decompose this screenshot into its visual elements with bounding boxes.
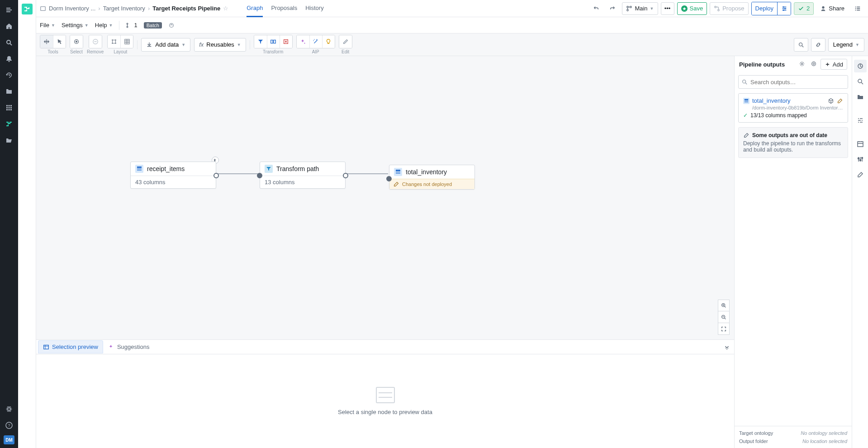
menu-help[interactable]: Help▼ <box>95 22 113 29</box>
pipeline-nav-icon[interactable] <box>2 118 16 130</box>
target-icon[interactable] <box>809 59 819 69</box>
params-rail-icon[interactable] <box>854 153 867 166</box>
calendar-rail-icon[interactable] <box>854 138 867 150</box>
tab-selection-preview[interactable]: Selection preview <box>38 340 103 353</box>
tool-label-layout: Layout <box>114 49 127 54</box>
user-badge[interactable]: DM <box>4 435 14 444</box>
tool-pointer[interactable] <box>53 35 66 48</box>
node-title: receipt_items <box>147 165 185 172</box>
output-port[interactable] <box>343 173 348 178</box>
aip-sparkle-icon[interactable] <box>297 35 309 48</box>
svg-point-59 <box>813 63 815 65</box>
edit-pencil-icon[interactable] <box>339 35 352 48</box>
search-outputs-input[interactable] <box>738 75 848 89</box>
svg-rect-3 <box>10 105 12 106</box>
tab-history[interactable]: History <box>305 0 323 17</box>
share-button[interactable]: Share <box>816 2 848 15</box>
tab-suggestions[interactable]: Suggestions <box>103 340 155 353</box>
more-button[interactable]: ••• <box>661 2 674 15</box>
redo-button[interactable] <box>606 2 619 15</box>
reusables-button[interactable]: fx Reusables ▼ <box>194 38 246 52</box>
svg-point-0 <box>7 40 10 44</box>
zoom-out-button[interactable] <box>718 311 730 323</box>
svg-point-65 <box>858 79 862 83</box>
check-icon: ✓ <box>743 112 748 119</box>
canvas-search-button[interactable] <box>794 38 808 52</box>
node-receipt-items[interactable]: receipt_items 43 columns <box>130 162 216 189</box>
input-port[interactable] <box>386 176 392 181</box>
svg-rect-30 <box>857 10 860 10</box>
sliders-rail-icon[interactable] <box>854 114 867 127</box>
search-rail-icon[interactable] <box>854 75 867 88</box>
branch-selector[interactable]: Main ▼ <box>622 2 658 15</box>
aip-wand-icon[interactable] <box>309 35 322 48</box>
node-transform-path[interactable]: Transform path 13 columns <box>260 162 346 189</box>
right-rail <box>852 56 868 448</box>
save-button[interactable]: Save <box>677 2 707 15</box>
list-toggle-icon[interactable] <box>851 2 864 15</box>
tool-pan[interactable] <box>40 35 53 48</box>
input-port[interactable] <box>257 173 262 178</box>
help-icon[interactable]: ? <box>2 419 16 432</box>
add-data-button[interactable]: Add data ▼ <box>141 38 190 52</box>
node-total-inventory[interactable]: total_inventory Changes not deployed <box>389 165 475 190</box>
star-icon[interactable]: ☆ <box>223 5 228 12</box>
deploy-button[interactable]: Deploy <box>752 2 777 15</box>
target-ontology-row[interactable]: Target ontology No ontology selected <box>739 429 847 437</box>
svg-point-68 <box>859 160 861 161</box>
deploy-settings-button[interactable] <box>777 2 791 15</box>
breadcrumb-root[interactable]: Dorm Inventory ... <box>49 5 95 12</box>
branch-indicator[interactable]: 1 <box>126 22 137 29</box>
build-warn-icon[interactable] <box>837 98 843 104</box>
streaming-toggle-icon[interactable] <box>168 22 175 29</box>
history-nav-icon[interactable] <box>2 69 16 81</box>
output-folder-row[interactable]: Output folder No location selected <box>739 437 847 445</box>
pipeline-canvas[interactable]: receipt_items 43 columns Transform path <box>36 56 734 339</box>
menu-settings[interactable]: Settings▼ <box>62 22 89 29</box>
gear-icon[interactable] <box>797 59 807 69</box>
cube-icon[interactable] <box>828 98 834 104</box>
transform-delete-icon[interactable] <box>280 35 292 48</box>
link-toggle-button[interactable] <box>811 38 825 52</box>
aip-bulb-icon[interactable] <box>322 35 335 48</box>
outputs-rail-icon[interactable] <box>854 60 867 72</box>
zoom-fit-button[interactable] <box>718 323 730 335</box>
tab-proposals[interactable]: Proposals <box>271 0 297 17</box>
add-output-button[interactable]: ＋ Add <box>821 59 847 70</box>
menu-file[interactable]: File▼ <box>40 22 55 29</box>
build-rail-icon[interactable] <box>854 168 867 181</box>
collapse-panel-button[interactable] <box>721 342 732 353</box>
transform-join-icon[interactable] <box>267 35 280 48</box>
atom-icon[interactable] <box>2 403 16 415</box>
output-item[interactable]: total_inventory /dorm-inventory-0b819b/D… <box>738 93 848 123</box>
app-logo[interactable] <box>22 4 33 14</box>
home-icon[interactable] <box>2 20 16 33</box>
breadcrumb-mid[interactable]: Target Inventory <box>103 5 145 12</box>
svg-rect-2 <box>9 105 10 106</box>
svg-rect-62 <box>745 100 748 101</box>
undo-button[interactable] <box>589 2 603 15</box>
apps-icon[interactable] <box>2 101 16 114</box>
outputs-panel: Pipeline outputs ＋ Add <box>734 56 852 448</box>
folder-open-nav-icon[interactable] <box>2 134 16 147</box>
tool-select[interactable] <box>70 35 83 48</box>
transform-filter-icon[interactable] <box>254 35 267 48</box>
svg-point-39 <box>112 43 113 44</box>
zoom-in-button[interactable] <box>718 300 730 311</box>
folder-rail-icon[interactable] <box>854 91 867 103</box>
breadcrumb-current[interactable]: Target Receipts Pipeline <box>152 5 220 12</box>
validation-status[interactable]: 2 <box>794 2 814 15</box>
output-port[interactable] <box>213 173 219 178</box>
folder-nav-icon[interactable] <box>2 85 16 98</box>
propose-button[interactable]: Propose <box>710 2 748 15</box>
tool-layout-grid[interactable] <box>120 35 133 48</box>
svg-rect-51 <box>396 170 400 171</box>
search-nav-icon[interactable] <box>2 36 16 49</box>
legend-button[interactable]: Legend▼ <box>828 38 864 52</box>
menu-toggle-icon[interactable] <box>2 4 16 16</box>
tool-remove[interactable] <box>89 35 102 48</box>
tool-layout-tree[interactable] <box>108 35 120 48</box>
tab-graph[interactable]: Graph <box>247 0 263 17</box>
svg-point-18 <box>630 6 632 8</box>
bell-icon[interactable] <box>2 52 16 65</box>
